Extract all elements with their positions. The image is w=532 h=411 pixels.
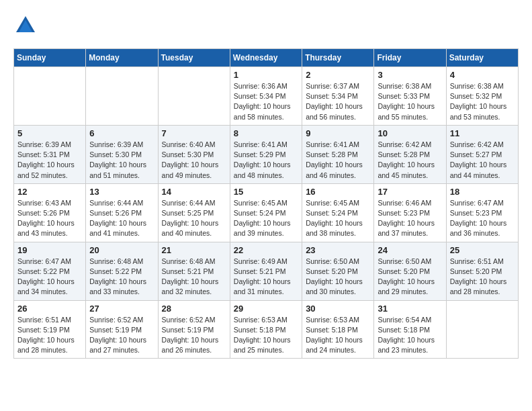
calendar-week-row: 5Sunrise: 6:39 AM Sunset: 5:31 PM Daylig… (14, 125, 519, 183)
day-info: Sunrise: 6:44 AM Sunset: 5:25 PM Dayligh… (162, 198, 226, 239)
logo (13, 13, 40, 38)
calendar-cell: 13Sunrise: 6:44 AM Sunset: 5:26 PM Dayli… (86, 183, 158, 242)
day-number: 1 (234, 70, 298, 80)
day-number: 22 (234, 245, 298, 255)
calendar-cell: 16Sunrise: 6:45 AM Sunset: 5:24 PM Dayli… (302, 183, 374, 242)
day-number: 23 (306, 245, 370, 255)
calendar-cell: 2Sunrise: 6:37 AM Sunset: 5:34 PM Daylig… (302, 67, 374, 126)
calendar-cell: 9Sunrise: 6:41 AM Sunset: 5:28 PM Daylig… (302, 125, 374, 183)
day-info: Sunrise: 6:45 AM Sunset: 5:24 PM Dayligh… (306, 198, 370, 239)
weekday-header: Friday (374, 49, 446, 67)
calendar-cell: 20Sunrise: 6:48 AM Sunset: 5:22 PM Dayli… (86, 242, 158, 300)
calendar-cell (86, 67, 158, 126)
day-info: Sunrise: 6:53 AM Sunset: 5:18 PM Dayligh… (234, 315, 298, 356)
calendar-cell: 18Sunrise: 6:47 AM Sunset: 5:23 PM Dayli… (446, 183, 518, 242)
calendar-cell: 21Sunrise: 6:48 AM Sunset: 5:21 PM Dayli… (158, 242, 230, 300)
calendar-cell: 11Sunrise: 6:42 AM Sunset: 5:27 PM Dayli… (446, 125, 518, 183)
day-number: 4 (450, 70, 515, 80)
day-number: 19 (17, 245, 82, 255)
calendar-table: SundayMondayTuesdayWednesdayThursdayFrid… (13, 48, 519, 359)
day-info: Sunrise: 6:39 AM Sunset: 5:31 PM Dayligh… (17, 140, 82, 181)
calendar-cell: 24Sunrise: 6:50 AM Sunset: 5:20 PM Dayli… (374, 242, 446, 300)
day-number: 14 (162, 187, 226, 197)
day-info: Sunrise: 6:36 AM Sunset: 5:34 PM Dayligh… (234, 81, 298, 122)
day-number: 30 (306, 304, 370, 314)
calendar-cell: 28Sunrise: 6:52 AM Sunset: 5:19 PM Dayli… (158, 300, 230, 359)
day-info: Sunrise: 6:53 AM Sunset: 5:18 PM Dayligh… (306, 315, 370, 356)
day-info: Sunrise: 6:51 AM Sunset: 5:19 PM Dayligh… (17, 315, 82, 356)
calendar-cell (158, 67, 230, 126)
day-number: 5 (17, 128, 82, 138)
calendar-header-row: SundayMondayTuesdayWednesdayThursdayFrid… (14, 49, 519, 67)
calendar-cell: 17Sunrise: 6:46 AM Sunset: 5:23 PM Dayli… (374, 183, 446, 242)
day-info: Sunrise: 6:52 AM Sunset: 5:19 PM Dayligh… (162, 315, 226, 356)
weekday-header: Sunday (14, 49, 86, 67)
calendar-cell: 1Sunrise: 6:36 AM Sunset: 5:34 PM Daylig… (230, 67, 302, 126)
day-number: 16 (306, 187, 370, 197)
calendar-cell: 8Sunrise: 6:41 AM Sunset: 5:29 PM Daylig… (230, 125, 302, 183)
weekday-header: Tuesday (158, 49, 230, 67)
day-info: Sunrise: 6:38 AM Sunset: 5:33 PM Dayligh… (378, 81, 442, 122)
day-info: Sunrise: 6:44 AM Sunset: 5:26 PM Dayligh… (89, 198, 154, 239)
calendar-cell: 15Sunrise: 6:45 AM Sunset: 5:24 PM Dayli… (230, 183, 302, 242)
day-number: 11 (450, 128, 515, 138)
day-info: Sunrise: 6:50 AM Sunset: 5:20 PM Dayligh… (378, 257, 442, 298)
day-number: 13 (89, 187, 154, 197)
logo-icon (13, 13, 38, 38)
calendar-cell: 10Sunrise: 6:42 AM Sunset: 5:28 PM Dayli… (374, 125, 446, 183)
day-number: 17 (378, 187, 442, 197)
day-info: Sunrise: 6:50 AM Sunset: 5:20 PM Dayligh… (306, 257, 370, 298)
calendar-cell: 30Sunrise: 6:53 AM Sunset: 5:18 PM Dayli… (302, 300, 374, 359)
calendar-week-row: 26Sunrise: 6:51 AM Sunset: 5:19 PM Dayli… (14, 300, 519, 359)
calendar-cell: 6Sunrise: 6:39 AM Sunset: 5:30 PM Daylig… (86, 125, 158, 183)
calendar-cell: 31Sunrise: 6:54 AM Sunset: 5:18 PM Dayli… (374, 300, 446, 359)
calendar-cell: 27Sunrise: 6:52 AM Sunset: 5:19 PM Dayli… (86, 300, 158, 359)
day-info: Sunrise: 6:42 AM Sunset: 5:27 PM Dayligh… (450, 140, 515, 181)
calendar-cell: 19Sunrise: 6:47 AM Sunset: 5:22 PM Dayli… (14, 242, 86, 300)
day-info: Sunrise: 6:43 AM Sunset: 5:26 PM Dayligh… (17, 198, 82, 239)
day-info: Sunrise: 6:52 AM Sunset: 5:19 PM Dayligh… (89, 315, 154, 356)
day-info: Sunrise: 6:47 AM Sunset: 5:22 PM Dayligh… (17, 257, 82, 298)
day-info: Sunrise: 6:47 AM Sunset: 5:23 PM Dayligh… (450, 198, 515, 239)
day-number: 21 (162, 245, 226, 255)
day-info: Sunrise: 6:40 AM Sunset: 5:30 PM Dayligh… (162, 140, 226, 181)
day-number: 15 (234, 187, 298, 197)
day-number: 8 (234, 128, 298, 138)
day-number: 7 (162, 128, 226, 138)
calendar-week-row: 1Sunrise: 6:36 AM Sunset: 5:34 PM Daylig… (14, 67, 519, 126)
day-number: 18 (450, 187, 515, 197)
day-info: Sunrise: 6:51 AM Sunset: 5:20 PM Dayligh… (450, 257, 515, 298)
calendar-cell (14, 67, 86, 126)
weekday-header: Wednesday (230, 49, 302, 67)
day-number: 3 (378, 70, 442, 80)
day-number: 9 (306, 128, 370, 138)
day-info: Sunrise: 6:48 AM Sunset: 5:21 PM Dayligh… (162, 257, 226, 298)
calendar-week-row: 19Sunrise: 6:47 AM Sunset: 5:22 PM Dayli… (14, 242, 519, 300)
day-number: 20 (89, 245, 154, 255)
day-info: Sunrise: 6:41 AM Sunset: 5:28 PM Dayligh… (306, 140, 370, 181)
calendar-cell: 22Sunrise: 6:49 AM Sunset: 5:21 PM Dayli… (230, 242, 302, 300)
day-info: Sunrise: 6:46 AM Sunset: 5:23 PM Dayligh… (378, 198, 442, 239)
day-number: 2 (306, 70, 370, 80)
weekday-header: Thursday (302, 49, 374, 67)
day-number: 25 (450, 245, 515, 255)
calendar-cell: 29Sunrise: 6:53 AM Sunset: 5:18 PM Dayli… (230, 300, 302, 359)
calendar-cell: 12Sunrise: 6:43 AM Sunset: 5:26 PM Dayli… (14, 183, 86, 242)
day-info: Sunrise: 6:49 AM Sunset: 5:21 PM Dayligh… (234, 257, 298, 298)
page-header (13, 13, 519, 38)
day-info: Sunrise: 6:42 AM Sunset: 5:28 PM Dayligh… (378, 140, 442, 181)
calendar-cell: 26Sunrise: 6:51 AM Sunset: 5:19 PM Dayli… (14, 300, 86, 359)
day-info: Sunrise: 6:41 AM Sunset: 5:29 PM Dayligh… (234, 140, 298, 181)
weekday-header: Saturday (446, 49, 518, 67)
day-info: Sunrise: 6:37 AM Sunset: 5:34 PM Dayligh… (306, 81, 370, 122)
day-info: Sunrise: 6:39 AM Sunset: 5:30 PM Dayligh… (89, 140, 154, 181)
day-number: 10 (378, 128, 442, 138)
calendar-cell: 23Sunrise: 6:50 AM Sunset: 5:20 PM Dayli… (302, 242, 374, 300)
day-number: 29 (234, 304, 298, 314)
day-info: Sunrise: 6:45 AM Sunset: 5:24 PM Dayligh… (234, 198, 298, 239)
day-number: 26 (17, 304, 82, 314)
day-number: 24 (378, 245, 442, 255)
day-info: Sunrise: 6:38 AM Sunset: 5:32 PM Dayligh… (450, 81, 515, 122)
day-number: 31 (378, 304, 442, 314)
calendar-cell: 7Sunrise: 6:40 AM Sunset: 5:30 PM Daylig… (158, 125, 230, 183)
